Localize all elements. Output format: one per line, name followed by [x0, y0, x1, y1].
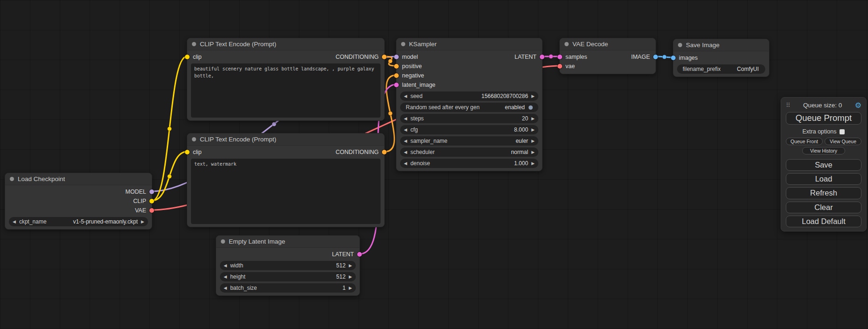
node-vae-decode[interactable]: VAE Decode samples IMAGE vae: [559, 38, 656, 74]
extra-options-checkbox[interactable]: [840, 129, 845, 134]
node-canvas[interactable]: Load Checkpoint MODEL CLIP VAE ◀ ckpt_na…: [0, 0, 868, 329]
increment-arrow-icon[interactable]: ▶: [531, 150, 535, 154]
node-header[interactable]: Empty Latent Image: [216, 236, 360, 248]
port-label-conditioning: CONDITIONING: [336, 54, 379, 60]
clip-input-port[interactable]: [185, 55, 190, 59]
positive-input-port[interactable]: [394, 64, 399, 69]
vae-input-port[interactable]: [557, 64, 562, 69]
model-output-port[interactable]: [149, 189, 154, 194]
decrement-arrow-icon[interactable]: ◀: [404, 128, 407, 132]
increment-arrow-icon[interactable]: ▶: [349, 286, 352, 290]
extra-options-row: Extra options: [786, 128, 861, 136]
decrement-arrow-icon[interactable]: ◀: [224, 286, 227, 290]
scheduler-widget[interactable]: ◀ scheduler normal ▶: [400, 147, 538, 157]
increment-arrow-icon[interactable]: ▶: [531, 139, 535, 143]
widget-label: sampler_name: [410, 138, 447, 144]
port-row-model-latent: model LATENT: [396, 52, 542, 62]
settings-gear-icon[interactable]: ⚙: [855, 102, 861, 109]
prompt-textarea[interactable]: text, watermark: [191, 159, 381, 224]
collapse-dot[interactable]: [401, 42, 405, 46]
queue-front-button[interactable]: Queue Front: [786, 138, 823, 145]
decrement-arrow-icon[interactable]: ◀: [404, 94, 407, 98]
link-midpoint-dot: [388, 112, 393, 116]
increment-arrow-icon[interactable]: ▶: [349, 275, 352, 279]
node-header[interactable]: KSampler: [396, 38, 542, 50]
images-input-port[interactable]: [671, 56, 676, 60]
node-title: KSampler: [409, 41, 437, 48]
widget-label: cfg: [410, 126, 418, 133]
widget-value: 512: [336, 262, 346, 269]
latent-image-input-port[interactable]: [394, 83, 399, 87]
samples-input-port[interactable]: [557, 55, 562, 59]
node-header[interactable]: VAE Decode: [560, 38, 656, 50]
clip-output-port[interactable]: [149, 199, 154, 203]
decrement-arrow-icon[interactable]: ◀: [404, 139, 407, 143]
decrement-arrow-icon[interactable]: ◀: [404, 150, 407, 154]
node-empty-latent-image[interactable]: Empty Latent Image LATENT ◀ width 512 ▶ …: [216, 235, 360, 296]
increment-arrow-icon[interactable]: ▶: [531, 94, 535, 98]
increment-arrow-icon[interactable]: ▶: [531, 117, 535, 121]
prompt-textarea[interactable]: beautiful scenery nature glass bottle la…: [191, 63, 381, 118]
collapse-dot[interactable]: [221, 239, 225, 244]
collapse-dot[interactable]: [10, 177, 14, 181]
clip-input-port[interactable]: [185, 150, 190, 154]
sampler-name-widget[interactable]: ◀ sampler_name euler ▶: [400, 136, 538, 146]
denoise-widget[interactable]: ◀ denoise 1.000 ▶: [400, 159, 538, 168]
queue-panel: ⠿ Queue size: 0 ⚙ Queue Prompt Extra opt…: [781, 97, 867, 231]
decrement-arrow-icon[interactable]: ◀: [13, 220, 16, 224]
node-load-checkpoint[interactable]: Load Checkpoint MODEL CLIP VAE ◀ ckpt_na…: [5, 173, 152, 230]
latent-output-port[interactable]: [357, 252, 362, 257]
conditioning-output-port[interactable]: [382, 150, 387, 154]
model-input-port[interactable]: [394, 55, 399, 59]
refresh-button[interactable]: Refresh: [786, 187, 861, 199]
toggle-dot-icon[interactable]: [529, 105, 533, 110]
port-row-images: images: [673, 53, 769, 63]
queue-panel-header: ⠿ Queue size: 0 ⚙: [786, 101, 861, 109]
decrement-arrow-icon[interactable]: ◀: [404, 117, 407, 121]
link-midpoint-dot: [272, 122, 276, 126]
cfg-widget[interactable]: ◀ cfg 8.000 ▶: [400, 125, 538, 134]
view-queue-button[interactable]: View Queue: [825, 138, 861, 145]
increment-arrow-icon[interactable]: ▶: [349, 264, 352, 268]
ckpt-name-widget[interactable]: ◀ ckpt_name v1-5-pruned-emaonly.ckpt ▶: [9, 217, 148, 226]
increment-arrow-icon[interactable]: ▶: [531, 128, 535, 132]
node-clip-text-encode-negative[interactable]: CLIP Text Encode (Prompt) clip CONDITION…: [187, 133, 385, 227]
drag-handle-icon[interactable]: ⠿: [786, 102, 790, 108]
node-clip-text-encode-positive[interactable]: CLIP Text Encode (Prompt) clip CONDITION…: [187, 38, 385, 121]
height-widget[interactable]: ◀ height 512 ▶: [220, 272, 356, 281]
decrement-arrow-icon[interactable]: ◀: [224, 264, 227, 268]
decrement-arrow-icon[interactable]: ◀: [224, 275, 227, 279]
node-header[interactable]: CLIP Text Encode (Prompt): [187, 38, 384, 50]
latent-output-port[interactable]: [540, 55, 544, 59]
node-ksampler[interactable]: KSampler model LATENT positive negative …: [396, 38, 543, 171]
image-output-port[interactable]: [653, 55, 658, 59]
node-header[interactable]: Save Image: [673, 39, 769, 51]
increment-arrow-icon[interactable]: ▶: [141, 220, 144, 224]
collapse-dot[interactable]: [192, 137, 196, 141]
decrement-arrow-icon[interactable]: ◀: [404, 161, 407, 166]
load-default-button[interactable]: Load Default: [786, 216, 861, 227]
collapse-dot[interactable]: [565, 42, 569, 46]
save-button[interactable]: Save: [786, 159, 861, 171]
load-button[interactable]: Load: [786, 173, 861, 185]
random-seed-toggle[interactable]: Random seed after every gen enabled: [400, 103, 538, 112]
clear-button[interactable]: Clear: [786, 202, 861, 213]
collapse-dot[interactable]: [192, 42, 196, 46]
queue-prompt-button[interactable]: Queue Prompt: [786, 112, 861, 124]
collapse-dot[interactable]: [678, 43, 682, 47]
batch-size-widget[interactable]: ◀ batch_size 1 ▶: [220, 283, 356, 293]
width-widget[interactable]: ◀ width 512 ▶: [220, 261, 356, 270]
negative-input-port[interactable]: [394, 73, 399, 78]
view-history-button[interactable]: View History: [802, 147, 845, 154]
filename-prefix-widget[interactable]: filename_prefix ComfyUI: [677, 64, 765, 74]
widget-label: width: [230, 262, 243, 269]
port-row: clip CONDITIONING: [187, 147, 384, 157]
node-header[interactable]: CLIP Text Encode (Prompt): [187, 133, 384, 146]
vae-output-port[interactable]: [149, 208, 154, 213]
increment-arrow-icon[interactable]: ▶: [531, 161, 535, 166]
seed-widget[interactable]: ◀ seed 156680208700286 ▶: [400, 91, 538, 101]
steps-widget[interactable]: ◀ steps 20 ▶: [400, 114, 538, 123]
node-header[interactable]: Load Checkpoint: [5, 173, 152, 185]
node-save-image[interactable]: Save Image images filename_prefix ComfyU…: [673, 39, 769, 77]
conditioning-output-port[interactable]: [382, 55, 387, 59]
